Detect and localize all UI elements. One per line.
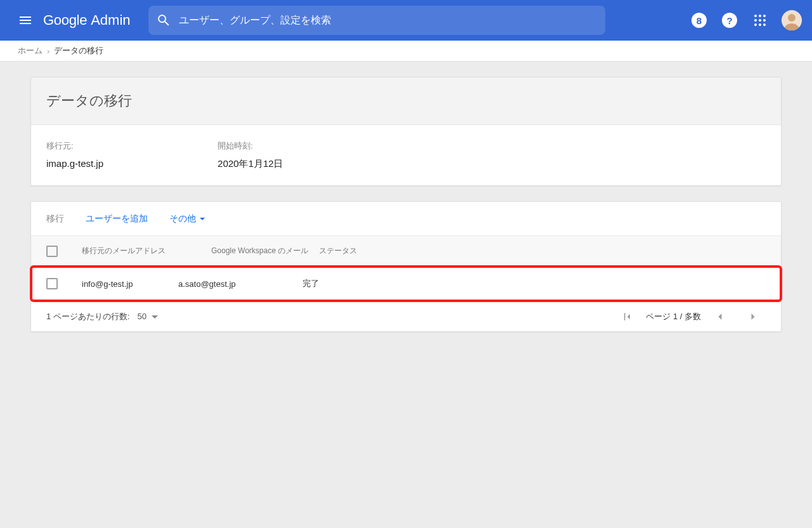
summary-card: データの移行 移行元: imap.g-test.jp 開始時刻: 2020年1月… xyxy=(30,77,782,186)
svg-point-10 xyxy=(788,14,796,22)
start-value: 2020年1月12日 xyxy=(218,158,283,170)
svg-point-2 xyxy=(763,15,766,17)
svg-point-3 xyxy=(754,19,757,22)
cell-gws: a.sato@gtest.jp xyxy=(178,279,303,289)
breadcrumb: ホーム › データの移行 xyxy=(0,41,812,62)
svg-point-4 xyxy=(759,19,761,22)
rows-per-page-select[interactable]: 50 xyxy=(137,312,157,321)
product-logo[interactable]: Google Admin xyxy=(43,12,131,29)
menu-icon[interactable] xyxy=(10,5,41,36)
table-toolbar: 移行 ユーザーを追加 その他 xyxy=(31,202,781,236)
avatar[interactable] xyxy=(782,10,802,30)
first-page-icon[interactable] xyxy=(614,304,639,329)
source-label: 移行元: xyxy=(46,140,103,152)
svg-point-7 xyxy=(759,23,761,26)
logo-admin: Admin xyxy=(91,12,130,29)
svg-point-8 xyxy=(763,23,766,26)
start-field: 開始時刻: 2020年1月12日 xyxy=(218,140,283,170)
search-input[interactable] xyxy=(179,15,598,26)
table-header: 移行元のメールアドレス Google Workspace のメール ステータス xyxy=(31,236,781,267)
search-bar[interactable] xyxy=(148,6,605,35)
svg-point-0 xyxy=(754,15,757,17)
svg-point-6 xyxy=(754,23,757,26)
cell-source: info@g-test.jp xyxy=(82,279,178,289)
help-icon[interactable]: ? xyxy=(717,8,742,33)
source-value: imap.g-test.jp xyxy=(46,158,103,169)
migration-table-card: 移行 ユーザーを追加 その他 移行元のメールアドレス Google Worksp… xyxy=(30,201,782,332)
search-icon xyxy=(156,13,171,28)
apps-icon[interactable] xyxy=(747,8,773,33)
svg-point-5 xyxy=(763,19,766,22)
col-status: ステータス xyxy=(319,246,766,256)
svg-point-1 xyxy=(759,15,761,17)
prev-page-icon[interactable] xyxy=(707,304,733,329)
start-label: 開始時刻: xyxy=(218,140,283,152)
app-header: Google Admin 8 ? xyxy=(0,0,812,41)
chevron-right-icon: › xyxy=(47,46,49,56)
col-gws: Google Workspace のメール xyxy=(211,246,319,256)
toolbar-label: 移行 xyxy=(46,213,64,225)
row-checkbox[interactable] xyxy=(46,278,58,289)
table-pager: 1 ページあたりの行数: 50 ページ 1 / 多数 xyxy=(31,301,781,331)
cell-status: 完了 xyxy=(303,278,766,289)
table-row[interactable]: info@g-test.jp a.sato@gtest.jp 完了 xyxy=(31,267,781,301)
page-title: データの移行 xyxy=(46,91,766,110)
activity-icon[interactable]: 8 xyxy=(686,8,712,33)
select-all-checkbox[interactable] xyxy=(46,246,58,257)
page-indicator: ページ 1 / 多数 xyxy=(646,311,701,322)
breadcrumb-home[interactable]: ホーム xyxy=(18,45,43,56)
breadcrumb-current: データの移行 xyxy=(54,45,103,56)
next-page-icon[interactable] xyxy=(740,304,766,329)
col-source: 移行元のメールアドレス xyxy=(82,246,211,256)
more-button[interactable]: その他 xyxy=(169,213,205,225)
logo-google: Google xyxy=(43,12,87,29)
add-user-button[interactable]: ユーザーを追加 xyxy=(86,213,148,225)
source-field: 移行元: imap.g-test.jp xyxy=(46,140,103,170)
rows-per-page-label: 1 ページあたりの行数: xyxy=(46,311,129,322)
